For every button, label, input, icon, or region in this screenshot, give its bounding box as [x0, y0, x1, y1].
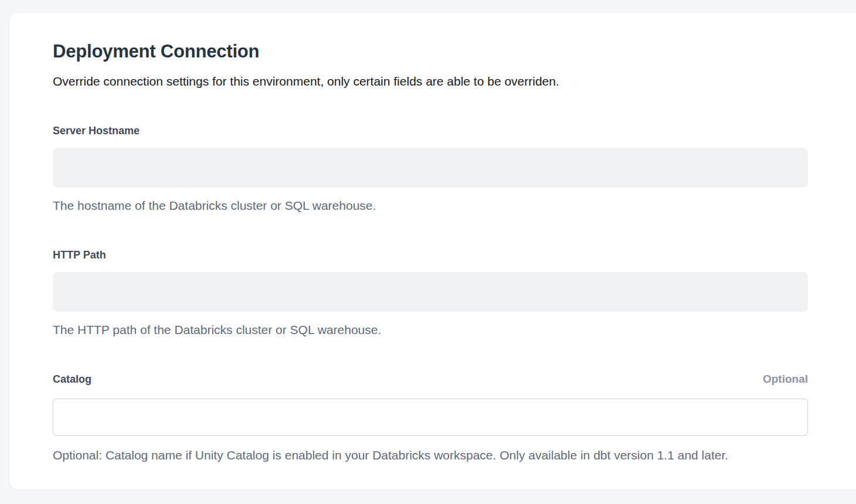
field-http-path: HTTP Path The HTTP path of the Databrick…	[53, 247, 808, 339]
catalog-help: Optional: Catalog name if Unity Catalog …	[53, 447, 808, 464]
http-path-input	[53, 272, 808, 312]
catalog-input[interactable]	[53, 399, 808, 436]
deployment-connection-card: Deployment Connection Override connectio…	[9, 13, 856, 489]
catalog-optional-badge: Optional	[763, 372, 808, 387]
server-hostname-label: Server Hostname	[53, 123, 140, 138]
http-path-label: HTTP Path	[53, 247, 106, 263]
page-subtitle: Override connection settings for this en…	[53, 73, 808, 90]
page-title: Deployment Connection	[53, 40, 808, 63]
server-hostname-input	[53, 148, 808, 188]
http-path-help: The HTTP path of the Databricks cluster …	[53, 321, 808, 339]
field-server-hostname: Server Hostname The hostname of the Data…	[53, 123, 808, 214]
field-catalog: Catalog Optional Optional: Catalog name …	[53, 372, 808, 464]
catalog-label: Catalog	[53, 372, 91, 387]
server-hostname-help: The hostname of the Databricks cluster o…	[53, 197, 808, 214]
